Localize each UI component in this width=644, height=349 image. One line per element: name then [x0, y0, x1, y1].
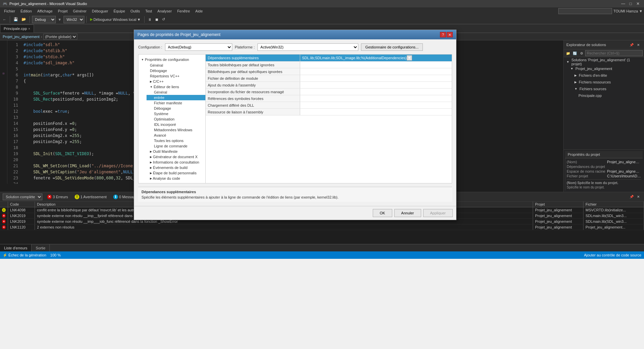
prop-row-deps-supp[interactable]: Dépendances supplémentaires SDL.lib;SDLm… [206, 55, 452, 62]
menu-affichage[interactable]: Affichage [35, 7, 55, 15]
tree-leaf-toutes[interactable]: Toutes les options [147, 138, 205, 143]
tree-leaf-systeme[interactable]: Système [147, 111, 205, 116]
prop-name-def-module: Fichier de définition de module [206, 75, 300, 82]
prop-name-bib-spec: Bibliothèques par défaut spécifiques ign… [206, 68, 300, 75]
menu-projet[interactable]: Projet [55, 7, 70, 15]
toolbar-pause-btn[interactable]: ⏸ [147, 16, 153, 23]
debugger-btn[interactable]: ▶ Débogueur Windows local ▼ [89, 16, 142, 23]
tree-leaf-editeur-liens[interactable]: ▼ Éditeur de liens [143, 84, 205, 90]
solution-toolbar-btn-2[interactable]: 🔄 [572, 50, 578, 56]
prop-row-bib-spec[interactable]: Bibliothèques par défaut spécifiques ign… [206, 68, 452, 75]
menu-fenetre[interactable]: Fenêtre [174, 7, 193, 15]
solution-toolbar-btn-1[interactable]: 📁 [565, 50, 571, 56]
tree-leaf-idl[interactable]: IDL incorporé [147, 122, 205, 127]
modal-apply-btn[interactable]: Appliquer [423, 209, 453, 217]
menu-deboguer[interactable]: Déboguer [89, 7, 111, 15]
tree-leaf-analyse[interactable]: ▶ Analyse du code [143, 176, 205, 181]
tree-leaf-debogage-2[interactable]: Débogage [147, 106, 205, 111]
toolbar-stop-btn[interactable]: ⏹ [154, 16, 160, 23]
modal-desc-box: Dépendances supplémentaires Spécifie les… [138, 187, 452, 202]
error-count-warnings[interactable]: ! 1 Avertissement [73, 194, 109, 200]
col-file[interactable]: Fichier [583, 202, 644, 207]
menu-fichier[interactable]: Fichier [1, 7, 18, 15]
toolbar-back-btn[interactable]: ← [1, 16, 8, 23]
tree-leaf-general-2[interactable]: Général [147, 90, 205, 95]
col-icon[interactable] [0, 202, 8, 207]
toolbar-save-btn[interactable]: 💾 [12, 16, 19, 23]
prop-row-incorporation[interactable]: Incorporation du fichier de ressources m… [206, 89, 452, 95]
tree-item-principale[interactable]: Principale.cpp [564, 92, 644, 99]
tree-item-sources[interactable]: ▼ Fichiers sources [564, 85, 644, 92]
prop-row-def-module[interactable]: Fichier de définition de module [206, 75, 452, 82]
tree-leaf-etape-build[interactable]: ▶ Étape de build personnalis [143, 170, 205, 176]
tab-close-btn[interactable]: × [28, 27, 30, 31]
modal-cancel-btn[interactable]: Annuler [394, 209, 421, 217]
minimize-btn[interactable]: — [620, 0, 627, 7]
prop-val-incorporation [300, 89, 452, 95]
tree-leaf-evenements[interactable]: ▶ Événements de build [143, 165, 205, 170]
tab-output[interactable]: Sortie [32, 244, 50, 251]
toolbar-restart-btn[interactable]: ↺ [161, 16, 166, 23]
error-list-close-btn[interactable]: ✕ [635, 194, 641, 200]
modal-ok-btn[interactable]: OK [373, 209, 392, 217]
modal-platform-select[interactable]: Active(Win32) [257, 43, 358, 51]
tree-leaf-generateur[interactable]: ▶ Générateur de document X [143, 154, 205, 160]
error-filter-dropdown[interactable]: Solution complète [3, 194, 42, 200]
tree-leaf-ligne-cmd[interactable]: Ligne de commande [147, 143, 205, 149]
prop-row-chargement-diff[interactable]: Chargement différé des DLL [206, 102, 452, 109]
quick-launch-input[interactable] [558, 8, 612, 14]
tree-leaf-metadata[interactable]: Métadonnées Windows [147, 127, 205, 133]
tree-leaf-avance[interactable]: Avancé [147, 133, 205, 138]
modal-close-btn[interactable]: ✕ [447, 32, 453, 37]
menu-test[interactable]: Test [143, 7, 155, 15]
prop-row-ressource-liaison[interactable]: Ressource de liaison à l'assembly [206, 109, 452, 115]
prop-val-dropdown-btn[interactable]: ▼ [407, 55, 412, 61]
solution-toolbar-btn-3[interactable]: ⚙ [578, 50, 585, 56]
margin-24 [0, 178, 7, 184]
menu-edition[interactable]: Édition [18, 7, 35, 15]
breadcrumb-project[interactable]: Projet_jeu_alignement [3, 35, 39, 39]
tree-leaf-outil-manifeste[interactable]: ▶ Outil Manifeste [143, 149, 205, 154]
tree-leaf-repertoires[interactable]: Répertoires VC++ [143, 73, 205, 79]
prop-row-ajout-module[interactable]: Ajout du module à l'assembly [206, 82, 452, 89]
tab-principale-cpp[interactable]: Principale.cpp × [0, 25, 34, 33]
col-code[interactable]: Code [8, 202, 35, 207]
prop-row-refs-forcees[interactable]: Références des symboles forcées [206, 95, 452, 102]
tree-leaf-infos-consultation[interactable]: ▶ Informations de consultation [143, 160, 205, 165]
scope-dropdown[interactable]: (Portée globale) [43, 34, 77, 40]
tree-leaf-manifeste[interactable]: Fichier manifeste [147, 100, 205, 106]
toolbar-save-all-btn[interactable]: 📂 [20, 16, 28, 23]
menu-analyser[interactable]: Analyser [155, 7, 174, 15]
prop-row-bib-ignorees[interactable]: Toutes bibliothèques par défaut ignorées [206, 62, 452, 68]
error-count-errors[interactable]: ✕ 3 Erreurs [45, 194, 70, 200]
config-manager-btn[interactable]: Gestionnaire de configurations... [361, 43, 423, 51]
maximize-btn[interactable]: □ [627, 0, 634, 7]
error-list-pin-btn[interactable]: 📌 [629, 194, 635, 200]
tree-item-project[interactable]: ▼ Projet_jeu_alignement [564, 65, 644, 72]
panel-close-btn[interactable]: ✕ [635, 42, 641, 48]
tree-item-resources[interactable]: ▶ Fichiers ressources [564, 79, 644, 85]
config-dropdown[interactable]: Debug Release [32, 16, 56, 23]
modal-help-btn[interactable]: ? [440, 32, 446, 37]
menu-outils[interactable]: Outils [128, 7, 143, 15]
panel-pin-btn[interactable]: 📌 [629, 42, 635, 48]
menu-equipe[interactable]: Équipe [111, 7, 128, 15]
tree-item-headers[interactable]: ▶ Fichiers d'en-tête [564, 72, 644, 79]
tab-error-list[interactable]: Liste d'erreurs [0, 244, 32, 251]
tree-leaf-cpp[interactable]: ▶ C/C++ [143, 79, 205, 84]
col-project[interactable]: Projet [533, 202, 583, 207]
modal-config-select[interactable]: Active(Debug) [165, 43, 232, 51]
tree-leaf-optimisation[interactable]: Optimisation [147, 116, 205, 122]
menu-aide[interactable]: Aide [193, 7, 205, 15]
tree-leaf-general-1[interactable]: Général [143, 63, 205, 68]
platform-dropdown[interactable]: Win32 x64 [64, 16, 84, 23]
tree-section-props-header[interactable]: ▼ Propriétés de configuration [138, 57, 205, 63]
tree-leaf-entree[interactable]: entrée [147, 95, 205, 100]
prop-row-nom: (Nom) Projet_jeu_alignement [567, 160, 641, 164]
prop-val-chargement-diff [300, 102, 452, 109]
tree-leaf-debogage[interactable]: Débogage [143, 68, 205, 73]
close-btn[interactable]: ✕ [635, 0, 641, 7]
solution-search-input[interactable] [585, 50, 643, 56]
menu-generer[interactable]: Générer [70, 7, 89, 15]
tree-item-solution[interactable]: ▼ Solutions 'Projet_jeu_alignement' (1 p… [564, 59, 644, 65]
